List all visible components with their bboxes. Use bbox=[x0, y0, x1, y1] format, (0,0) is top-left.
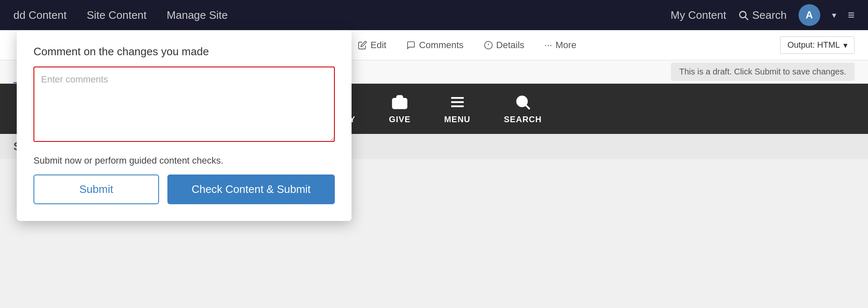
comments-textarea[interactable] bbox=[33, 67, 335, 142]
nav-add-content[interactable]: dd Content bbox=[13, 9, 67, 22]
nav-manage-site[interactable]: Manage Site bbox=[167, 9, 228, 22]
top-nav: dd Content Site Content Manage Site My C… bbox=[0, 0, 868, 30]
preview-menu[interactable]: MENU bbox=[444, 94, 470, 124]
more-button[interactable]: ··· More bbox=[534, 36, 586, 55]
draft-notice: This is a draft. Click Submit to save ch… bbox=[671, 63, 855, 81]
svg-line-1 bbox=[745, 17, 748, 20]
search-button[interactable]: Search bbox=[738, 9, 786, 22]
hamburger-icon[interactable]: ≡ bbox=[848, 8, 855, 22]
more-ellipsis-icon: ··· bbox=[544, 40, 552, 51]
preview-search[interactable]: SEARCH bbox=[504, 94, 542, 124]
avatar[interactable]: A bbox=[799, 4, 820, 26]
comments-label: Comments bbox=[419, 40, 463, 51]
comments-button[interactable]: Comments bbox=[396, 36, 473, 55]
my-content-link[interactable]: My Content bbox=[670, 9, 726, 22]
search-label: SEARCH bbox=[504, 115, 542, 124]
modal-instruction: Comment on the changes you made bbox=[33, 45, 335, 58]
modal-actions: Submit Check Content & Submit bbox=[33, 175, 335, 204]
give-label: GIVE bbox=[389, 115, 411, 124]
nav-right: My Content Search A ▾ ≡ bbox=[670, 4, 855, 26]
edit-button[interactable]: Edit bbox=[348, 36, 396, 55]
details-label: Details bbox=[496, 40, 524, 51]
search-label: Search bbox=[752, 9, 786, 22]
svg-point-11 bbox=[517, 96, 527, 106]
nav-site-content[interactable]: Site Content bbox=[87, 9, 146, 22]
modal-submit-button[interactable]: Submit bbox=[33, 175, 159, 204]
avatar-chevron-icon[interactable]: ▾ bbox=[832, 10, 836, 20]
output-chevron-icon: ▾ bbox=[843, 40, 847, 50]
nav-left: dd Content Site Content Manage Site bbox=[13, 9, 228, 22]
details-button[interactable]: Details bbox=[474, 36, 534, 55]
edit-label: Edit bbox=[370, 40, 386, 51]
svg-line-12 bbox=[526, 105, 530, 109]
output-dropdown[interactable]: Output: HTML ▾ bbox=[780, 36, 855, 54]
more-label: More bbox=[555, 40, 576, 51]
check-content-submit-button[interactable]: Check Content & Submit bbox=[167, 175, 335, 204]
preview-give[interactable]: GIVE bbox=[389, 94, 411, 124]
submit-options-text: Submit now or perform guided content che… bbox=[33, 155, 335, 166]
menu-label: MENU bbox=[444, 115, 470, 124]
output-label: Output: HTML bbox=[787, 40, 840, 50]
submit-modal: Comment on the changes you made Submit n… bbox=[17, 30, 352, 221]
